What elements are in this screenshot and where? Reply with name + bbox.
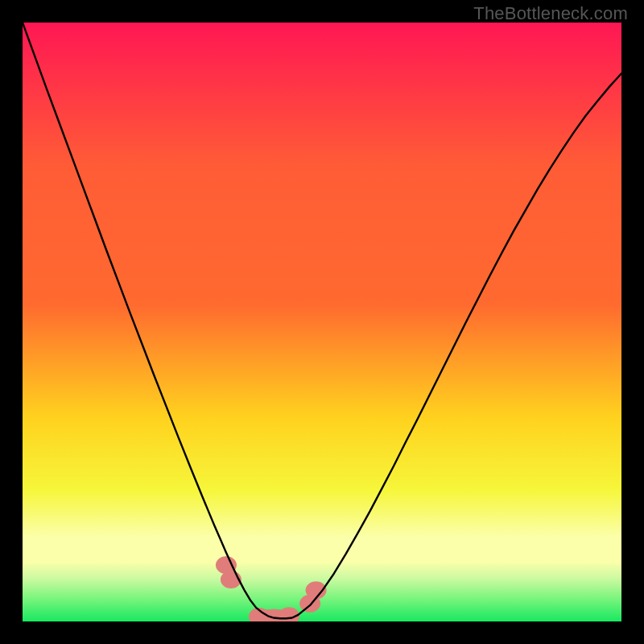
watermark-text: TheBottleneck.com <box>473 3 628 24</box>
plot-area <box>23 23 621 621</box>
chart-frame: TheBottleneck.com <box>0 0 644 644</box>
bottleneck-curve <box>23 23 621 621</box>
